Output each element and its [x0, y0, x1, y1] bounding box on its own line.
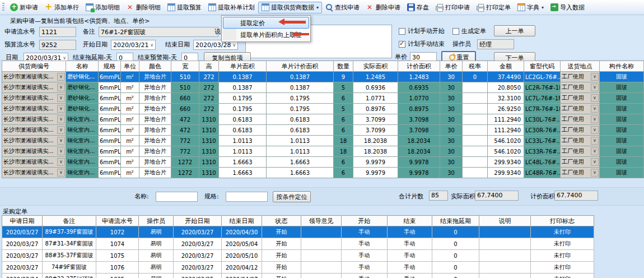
- cell[interactable]: 手动: [342, 238, 388, 250]
- chevron-down-icon[interactable]: ∨: [591, 94, 599, 102]
- cell[interactable]: 2020/03/27: [174, 250, 222, 262]
- cell[interactable]: 9.9978: [398, 168, 440, 178]
- cell[interactable]: 30: [440, 82, 463, 93]
- cell[interactable]: 89#37-39F窗固玻: [43, 226, 96, 238]
- cell[interactable]: 1.0113: [219, 136, 267, 146]
- cell[interactable]: 6: [334, 168, 353, 178]
- cell[interactable]: 18.2034: [398, 146, 440, 157]
- cell[interactable]: 1035: [96, 274, 139, 278]
- cell[interactable]: 0.1795: [219, 93, 267, 104]
- cell[interactable]: 3.7098: [398, 125, 440, 136]
- cell[interactable]: 2020/03/27: [174, 226, 222, 238]
- cell[interactable]: LC33L-76#...: [524, 136, 561, 146]
- cell[interactable]: 30: [440, 146, 463, 157]
- cell[interactable]: 9.9978: [398, 157, 440, 168]
- chevron-down-icon[interactable]: ∨: [57, 94, 65, 102]
- cell[interactable]: 异地合片: [139, 104, 171, 114]
- cell[interactable]: 0: [432, 262, 479, 274]
- remark-input[interactable]: [99, 27, 218, 37]
- table-row[interactable]: 长沙市潇湘玻璃实...∨钢化室内...6mmPLE...m²异地合片127213…: [2, 157, 644, 168]
- cell[interactable]: 30: [440, 136, 463, 146]
- cell[interactable]: 2020/03/27: [2, 250, 43, 262]
- cell[interactable]: 手动: [388, 262, 432, 274]
- cell[interactable]: 5: [334, 82, 353, 93]
- cell[interactable]: 0.1387: [267, 72, 334, 82]
- cell[interactable]: m²: [121, 125, 139, 136]
- cell[interactable]: m²: [121, 146, 139, 157]
- cell[interactable]: 0.6935: [398, 82, 440, 93]
- table-row[interactable]: 长沙市潇湘玻璃实...∨钢化室内...6mmPLE...m²异地合片772131…: [2, 146, 644, 157]
- cell[interactable]: 易明: [139, 238, 174, 250]
- cell[interactable]: 660: [171, 104, 199, 114]
- cell[interactable]: [463, 104, 488, 114]
- cell[interactable]: 异地合片: [139, 114, 171, 125]
- cell[interactable]: 30: [440, 114, 463, 125]
- chevron-down-icon[interactable]: ∨: [591, 126, 599, 134]
- cell[interactable]: 固玻: [600, 104, 644, 114]
- cell[interactable]: 32.3100: [488, 93, 524, 104]
- cell[interactable]: 未打印: [531, 262, 594, 274]
- cell[interactable]: 510: [171, 82, 199, 93]
- cell[interactable]: 钢化室内...: [66, 168, 99, 178]
- table-row[interactable]: 长沙市潇湘玻璃实...∨钢化室内...6mmPLE...m²异地合片127213…: [2, 168, 644, 178]
- cell[interactable]: 1074: [96, 238, 139, 250]
- cell[interactable]: 未打印: [531, 274, 594, 278]
- delivery-location-dropdown-cell[interactable]: 工厂使用∨: [561, 72, 600, 82]
- cell[interactable]: 1075: [96, 250, 139, 262]
- cell[interactable]: 固玻: [600, 125, 644, 136]
- cell[interactable]: 0.6183: [267, 114, 334, 125]
- table-row[interactable]: 2020/03/2787#31-34F窗固玻1074易明2020/03/2720…: [2, 238, 594, 250]
- cell[interactable]: m²: [121, 168, 139, 178]
- toolbar-button-delete-detail[interactable]: 删除明细: [123, 2, 164, 13]
- cell[interactable]: 2020/03/27: [2, 262, 43, 274]
- cell[interactable]: 钢化室内...: [66, 114, 99, 125]
- chevron-down-icon[interactable]: ∨: [57, 158, 65, 166]
- cell[interactable]: 1.0771: [353, 93, 398, 104]
- cell[interactable]: 2020/03/27: [2, 226, 43, 238]
- cell[interactable]: 772: [171, 146, 199, 157]
- filter-spec-input[interactable]: [226, 192, 268, 202]
- chevron-down-icon[interactable]: ∨: [57, 126, 65, 134]
- cell[interactable]: 0.6183: [219, 114, 267, 125]
- cell[interactable]: 异地合片: [139, 72, 171, 82]
- cell[interactable]: 111.2940: [488, 125, 524, 136]
- cell[interactable]: 异地合片: [139, 136, 171, 146]
- cell[interactable]: m²: [121, 114, 139, 125]
- supplier-dropdown-cell[interactable]: 长沙市潇湘玻璃实...∨: [2, 104, 66, 114]
- previous-order-button[interactable]: 上一单: [494, 25, 535, 36]
- cell[interactable]: 固玻: [600, 168, 644, 178]
- chevron-down-icon[interactable]: ∨: [591, 115, 599, 123]
- table-row[interactable]: 长沙市潇湘玻璃实...∨钢化室内...6mmPLE...m²异地合片472131…: [2, 114, 644, 125]
- cell[interactable]: [301, 238, 342, 250]
- delivery-location-dropdown-cell[interactable]: 工厂使用∨: [561, 157, 600, 168]
- cell[interactable]: 0.6183: [267, 125, 334, 136]
- cell[interactable]: 手动: [388, 238, 432, 250]
- toolbar-button-import-data[interactable]: 导入数据: [547, 2, 588, 13]
- chevron-down-icon[interactable]: ∨: [57, 137, 65, 145]
- cell[interactable]: [301, 226, 342, 238]
- cell[interactable]: LC7R-76#-1F0: [524, 104, 561, 114]
- cell[interactable]: 37.4490: [488, 72, 524, 82]
- cell[interactable]: 18.2038: [353, 146, 398, 157]
- cell[interactable]: 26.9250: [488, 104, 524, 114]
- cell[interactable]: 开始: [262, 274, 301, 278]
- cell[interactable]: [479, 226, 531, 238]
- cell[interactable]: m²: [121, 93, 139, 104]
- cell[interactable]: 钢化室内...: [66, 136, 99, 146]
- supplier-dropdown-cell[interactable]: 长沙市潇湘玻璃实...∨: [2, 114, 66, 125]
- cell[interactable]: [463, 157, 488, 168]
- cell[interactable]: 手动: [342, 274, 388, 278]
- chevron-down-icon[interactable]: ∨: [57, 147, 65, 155]
- cell[interactable]: m²: [121, 136, 139, 146]
- toolbar-button-new-request[interactable]: 新申请: [7, 2, 41, 13]
- cell[interactable]: 6mmPLE...: [99, 114, 121, 125]
- cell[interactable]: 510: [171, 72, 199, 82]
- toolbar-button-extract-supplier-data[interactable]: 提取供货商数据▾: [258, 2, 322, 13]
- cell[interactable]: 6mmPLE...: [99, 93, 121, 104]
- cell[interactable]: 0: [432, 226, 479, 238]
- cell[interactable]: 272: [199, 93, 219, 104]
- cell[interactable]: 0.1795: [267, 93, 334, 104]
- toolbar-button-dictionary[interactable]: 字典▾: [514, 2, 547, 13]
- cell[interactable]: 2020/03/24: [2, 274, 43, 278]
- toolbar-button-print-order[interactable]: 打印定单: [473, 2, 514, 13]
